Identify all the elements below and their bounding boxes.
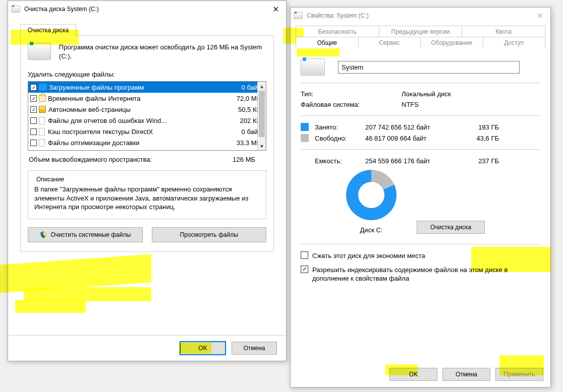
page-icon (39, 128, 45, 136)
used-bytes: 207 742 656 512 байт (365, 123, 464, 131)
tab-hardware[interactable]: Оборудование (421, 37, 483, 48)
page-icon (39, 117, 45, 124)
cancel-button[interactable]: Отмена (232, 342, 277, 355)
type-value: Локальный диск (402, 90, 451, 98)
view-files-button[interactable]: Просмотреть файлы (152, 227, 267, 242)
tab-quota[interactable]: Квота (462, 26, 545, 37)
title-bar[interactable]: Свойства: System (C:) ✕ (291, 8, 550, 24)
disk-cleanup-window: Очистка диска System (C:) ✕ Очистка диск… (8, 1, 287, 361)
ok-button[interactable]: OK (180, 342, 226, 355)
row-checkbox[interactable] (30, 140, 37, 146)
index-checkbox[interactable] (301, 266, 308, 273)
drive-icon (294, 12, 303, 19)
close-icon[interactable]: ✕ (532, 11, 547, 21)
row-checkbox[interactable] (30, 95, 37, 102)
description-legend: Описание (34, 176, 66, 183)
page-icon (39, 139, 45, 147)
row-name: Файлы для отчетов об ошибках Wind... (48, 117, 229, 124)
total-value: 126 МБ (225, 156, 265, 163)
tab-sharing[interactable]: Доступ (483, 37, 546, 48)
file-categories-list[interactable]: Загруженные файлы программ 0 байт Времен… (28, 81, 266, 151)
capacity-bytes: 254 559 666 176 байт (365, 157, 464, 165)
used-label: Занято: (315, 123, 365, 131)
title-bar[interactable]: Очистка диска System (C:) ✕ (8, 1, 286, 17)
compress-label: Сжать этот диск для экономии места (312, 251, 425, 260)
drive-name-input[interactable] (338, 61, 520, 74)
free-gb: 43,6 ГБ (464, 135, 499, 142)
folder-icon (39, 84, 47, 91)
drive-icon (301, 58, 325, 76)
type-label: Тип: (301, 90, 402, 98)
compress-checkbox[interactable] (301, 251, 308, 259)
scrollbar[interactable]: ▴ ▾ (257, 82, 266, 150)
scroll-thumb[interactable] (259, 91, 265, 137)
list-item[interactable]: Автономные веб-страницы 50,5 КБ (28, 104, 266, 115)
list-caption: Удалить следующие файлы: (28, 71, 266, 78)
drive-properties-window: Свойства: System (C:) ✕ Безопасность Пре… (290, 7, 551, 387)
row-checkbox[interactable] (30, 117, 37, 124)
row-name: Загруженные файлы программ (49, 84, 229, 91)
used-gb: 193 ГБ (464, 123, 499, 131)
list-item[interactable]: Загруженные файлы программ 0 байт (28, 82, 266, 93)
tab-general[interactable]: Общие (296, 37, 359, 48)
usage-donut-chart (346, 170, 397, 220)
tab-service[interactable]: Сервис (359, 37, 421, 48)
scroll-down-icon[interactable]: ▾ (258, 142, 266, 150)
tabs: Безопасность Предыдущие версии Квота Общ… (296, 26, 545, 48)
list-item[interactable]: Файлы оптимизации доставки 33,3 МБ (28, 137, 266, 148)
shield-icon (39, 231, 47, 239)
total-label: Объем высвобождаемого пространства: (29, 156, 225, 163)
row-name: Кэш построителя текстуры DirectX (48, 128, 229, 136)
free-swatch-icon (301, 134, 309, 142)
used-swatch-icon (301, 123, 309, 131)
window-title: Очистка диска System (C:) (22, 6, 268, 13)
list-item[interactable]: Кэш построителя текстуры DirectX 0 байт (28, 126, 266, 137)
list-item[interactable]: Файлы для отчетов об ошибках Wind... 202… (28, 115, 266, 126)
row-checkbox[interactable] (30, 128, 37, 135)
list-item[interactable]: Временные файлы Интернета 72,0 МБ (28, 93, 266, 104)
tab-previous[interactable]: Предыдущие версии (379, 26, 463, 37)
web-icon (39, 106, 46, 113)
scroll-up-icon[interactable]: ▴ (258, 82, 266, 90)
row-checkbox[interactable] (30, 84, 37, 91)
description-box: Описание В папке "Загруженные файлы прог… (28, 170, 266, 219)
drive-icon (28, 43, 51, 60)
row-name: Автономные веб-страницы (48, 106, 229, 113)
view-files-label: Просмотреть файлы (180, 231, 238, 238)
row-name: Временные файлы Интернета (48, 95, 229, 102)
row-checkbox[interactable] (30, 106, 37, 113)
apply-button[interactable]: Применить (495, 368, 543, 381)
dialog-footer: OK Отмена (8, 335, 286, 361)
free-bytes: 46 817 009 664 байт (365, 135, 464, 142)
intro-text: Программа очистки диска может освободить… (59, 43, 266, 60)
capacity-label: Емкость: (315, 157, 365, 165)
capacity-gb: 237 ГБ (464, 157, 499, 165)
tab-security[interactable]: Безопасность (296, 26, 379, 37)
clean-system-files-button[interactable]: Очистить системные файлы (28, 227, 143, 242)
clean-system-label: Очистить системные файлы (50, 231, 131, 238)
index-label: Разрешить индексировать содержимое файло… (312, 266, 540, 283)
cleanup-panel: Программа очистки диска может освободить… (20, 35, 274, 252)
description-text: В папке "Загруженные файлы программ" вре… (34, 185, 260, 212)
cancel-button[interactable]: Отмена (442, 368, 490, 381)
drive-icon (11, 6, 20, 13)
disk-cleanup-button[interactable]: Очистка диска (417, 221, 485, 234)
fs-value: NTFS (402, 101, 419, 108)
ok-button[interactable]: OK (389, 368, 437, 381)
tab-cleanup[interactable]: Очистка диска (20, 24, 76, 36)
row-name: Файлы оптимизации доставки (48, 139, 229, 147)
fs-label: Файловая система: (301, 101, 402, 108)
close-icon[interactable]: ✕ (268, 5, 283, 14)
disk-label: Диск C: (346, 226, 397, 234)
window-title: Свойства: System (C:) (305, 12, 532, 19)
lock-icon (39, 95, 46, 102)
free-label: Свободно: (315, 135, 365, 142)
